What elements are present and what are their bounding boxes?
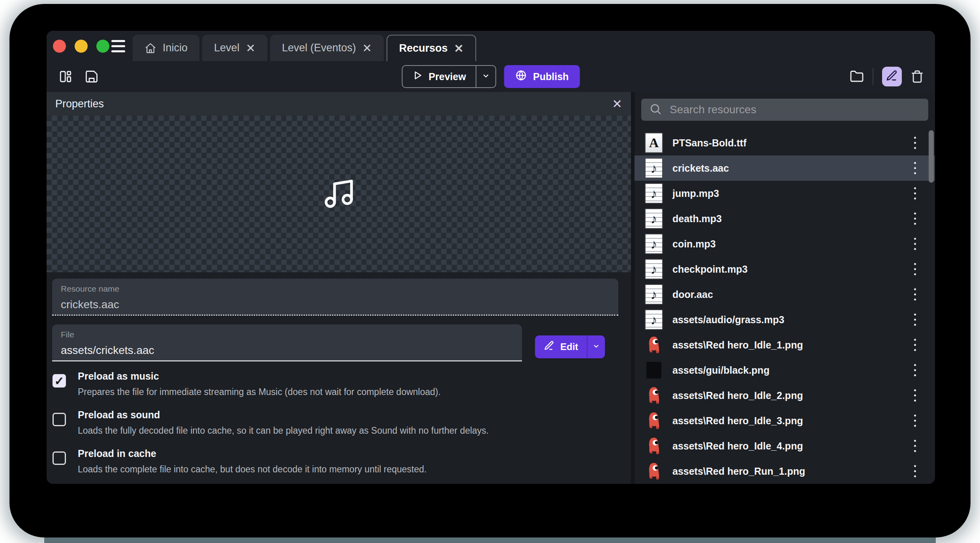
checkbox[interactable]: ✓ bbox=[53, 451, 66, 465]
resource-name: assets\Red hero_Idle_3.png bbox=[672, 415, 803, 427]
resource-name: assets/audio/grass.mp3 bbox=[672, 314, 784, 326]
project-manager-icon[interactable] bbox=[58, 69, 73, 84]
preview-label: Preview bbox=[429, 71, 466, 82]
checkbox-preload-in-cache[interactable]: ✓ Preload in cache Loads the complete fi… bbox=[53, 446, 618, 477]
resource-row[interactable]: ♪ jump.mp3 bbox=[635, 181, 935, 206]
toolbar-divider bbox=[873, 68, 873, 85]
checkbox-label: Preload as music bbox=[78, 368, 441, 384]
file-value[interactable]: assets/crickets.aac bbox=[61, 344, 522, 357]
close-icon[interactable]: ✕ bbox=[454, 42, 464, 54]
edit-mode-button[interactable] bbox=[882, 67, 902, 86]
tab-level[interactable]: Level ✕ bbox=[202, 35, 267, 61]
resource-name: PTSans-Bold.ttf bbox=[672, 137, 747, 149]
audio-file-icon: ♪ bbox=[645, 183, 663, 204]
scrollbar-thumb[interactable] bbox=[929, 130, 934, 183]
field-label: File bbox=[61, 330, 522, 339]
audio-file-icon: ♪ bbox=[645, 208, 663, 229]
resource-row[interactable]: assets\Red hero_Idle_3.png bbox=[635, 408, 935, 433]
kebab-menu-icon[interactable] bbox=[912, 160, 918, 177]
kebab-menu-icon[interactable] bbox=[912, 387, 918, 404]
edit-file-button[interactable]: Edit bbox=[535, 335, 605, 358]
trash-icon[interactable] bbox=[911, 70, 924, 83]
kebab-menu-icon[interactable] bbox=[912, 236, 918, 253]
publish-button[interactable]: Publish bbox=[504, 65, 580, 88]
resource-row[interactable]: assets/gui/black.png bbox=[635, 358, 935, 383]
checkbox-label: Preload as sound bbox=[78, 407, 489, 423]
resource-row[interactable]: assets\Red hero_Idle_4.png bbox=[635, 433, 935, 459]
audio-file-icon: ♪ bbox=[645, 309, 663, 330]
file-field[interactable]: File assets/crickets.aac bbox=[52, 324, 522, 361]
sprite-icon bbox=[645, 335, 663, 355]
kebab-menu-icon[interactable] bbox=[912, 337, 918, 354]
kebab-menu-icon[interactable] bbox=[912, 185, 918, 202]
resource-row[interactable]: ♪ checkpoint.mp3 bbox=[635, 257, 935, 282]
search-box[interactable] bbox=[641, 99, 928, 121]
titlebar: Inicio Level ✕ Level (Eventos) ✕ Recurso… bbox=[47, 31, 935, 61]
sprite-icon bbox=[645, 385, 663, 406]
kebab-menu-icon[interactable] bbox=[912, 135, 918, 152]
kebab-menu-icon[interactable] bbox=[912, 362, 918, 379]
kebab-menu-icon[interactable] bbox=[912, 463, 918, 480]
resource-row[interactable]: ♪ door.aac bbox=[635, 282, 935, 307]
checkbox[interactable]: ✓ bbox=[53, 413, 66, 426]
checkbox-preload-as-music[interactable]: ✓ Preload as music Prepares the file for… bbox=[53, 368, 618, 400]
checkbox-label: Preload in cache bbox=[78, 446, 426, 461]
resource-row[interactable]: ♪ death.mp3 bbox=[635, 206, 935, 231]
properties-panel-header: Properties ✕ bbox=[47, 92, 631, 116]
tab-recursos[interactable]: Recursos ✕ bbox=[387, 35, 476, 61]
tab-label: Recursos bbox=[399, 42, 448, 54]
audio-file-icon: ♪ bbox=[645, 234, 663, 254]
black-image-icon bbox=[645, 360, 663, 380]
folder-icon[interactable] bbox=[850, 69, 864, 84]
resource-name-field[interactable]: Resource name crickets.aac bbox=[52, 279, 618, 316]
edit-label: Edit bbox=[560, 341, 578, 352]
close-window-button[interactable] bbox=[53, 39, 66, 52]
resource-preview-area bbox=[47, 116, 631, 272]
kebab-menu-icon[interactable] bbox=[912, 210, 918, 227]
resource-name: jump.mp3 bbox=[672, 188, 719, 199]
preview-dropdown-button[interactable] bbox=[475, 66, 495, 87]
properties-panel: Properties ✕ Resource name crickets.aac … bbox=[47, 92, 631, 484]
app-window: Inicio Level ✕ Level (Eventos) ✕ Recurso… bbox=[47, 31, 935, 484]
close-icon[interactable]: ✕ bbox=[362, 42, 372, 54]
preview-button[interactable]: Preview bbox=[402, 65, 496, 88]
resource-row[interactable]: assets\Red hero_Idle_2.png bbox=[635, 383, 935, 408]
zoom-window-button[interactable] bbox=[96, 39, 109, 52]
resource-name: assets\Red hero_Idle_2.png bbox=[672, 390, 803, 401]
tab-label: Level bbox=[214, 42, 240, 54]
main-menu-icon[interactable] bbox=[111, 40, 125, 52]
tab-label: Inicio bbox=[163, 42, 188, 54]
resource-row[interactable]: assets\Red hero_Idle_1.png bbox=[635, 332, 935, 358]
pencil-icon bbox=[544, 340, 555, 354]
close-icon[interactable]: ✕ bbox=[246, 42, 255, 54]
sprite-icon bbox=[645, 461, 663, 481]
checkbox[interactable]: ✓ bbox=[53, 374, 66, 388]
window-chrome: Inicio Level ✕ Level (Eventos) ✕ Recurso… bbox=[47, 31, 935, 92]
tab-level-eventos[interactable]: Level (Eventos) ✕ bbox=[270, 35, 384, 61]
resource-row[interactable]: A PTSans-Bold.ttf bbox=[635, 130, 935, 155]
file-row: File assets/crickets.aac Edit bbox=[52, 324, 618, 361]
save-icon[interactable] bbox=[84, 69, 99, 84]
checkbox-description: Loads the fully decoded file into cache,… bbox=[78, 423, 489, 438]
kebab-menu-icon[interactable] bbox=[912, 412, 918, 429]
kebab-menu-icon[interactable] bbox=[912, 311, 918, 328]
kebab-menu-icon[interactable] bbox=[912, 438, 918, 455]
resource-row[interactable]: assets\Red hero_Run_1.png bbox=[635, 459, 935, 484]
preload-options: ✓ Preload as music Prepares the file for… bbox=[52, 368, 618, 477]
tab-inicio[interactable]: Inicio bbox=[133, 35, 199, 61]
resource-row[interactable]: ♪ crickets.aac bbox=[635, 155, 935, 181]
close-icon[interactable]: ✕ bbox=[612, 98, 622, 110]
resource-name-value[interactable]: crickets.aac bbox=[61, 298, 618, 311]
resource-row[interactable]: ♪ assets/audio/grass.mp3 bbox=[635, 307, 935, 332]
audio-file-icon: ♪ bbox=[645, 284, 663, 305]
kebab-menu-icon[interactable] bbox=[912, 286, 918, 303]
edit-dropdown-button[interactable] bbox=[587, 335, 605, 358]
search-input[interactable] bbox=[669, 103, 920, 116]
minimize-window-button[interactable] bbox=[75, 39, 88, 52]
resource-row[interactable]: ♪ coin.mp3 bbox=[635, 231, 935, 257]
checkbox-preload-as-sound[interactable]: ✓ Preload as sound Loads the fully decod… bbox=[53, 407, 618, 438]
toolbar: Preview Publish bbox=[47, 61, 935, 92]
kebab-menu-icon[interactable] bbox=[912, 261, 918, 278]
resource-name: assets\Red hero_Idle_1.png bbox=[672, 339, 803, 351]
resource-name: assets/gui/black.png bbox=[672, 365, 770, 376]
